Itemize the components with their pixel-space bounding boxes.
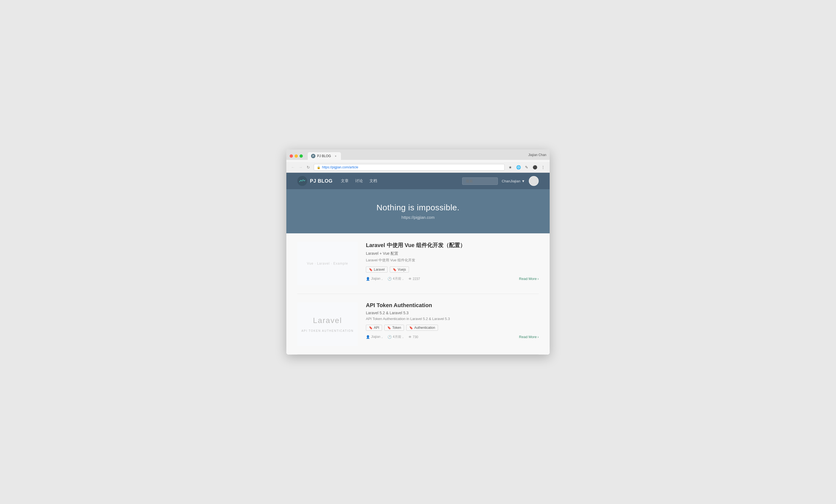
read-more-button-2[interactable]: Read More › (519, 335, 539, 339)
article-title-1[interactable]: Laravel 中使用 Vue 组件化开发（配置） (366, 241, 539, 249)
article-tags-1: 🔖 Laravel 🔖 Vuejs (366, 267, 539, 273)
nav-link-docs[interactable]: 文档 (369, 178, 377, 183)
nav-link-discuss[interactable]: 讨论 (355, 178, 363, 183)
article-meta-1: 👤 Jiajian， 🕐 4月前， 👁 2237 Read More (366, 276, 539, 281)
refresh-button[interactable]: ↻ (305, 164, 311, 171)
article-content-1: Laravel 中使用 Vue 组件化开发（配置） Laravel + Vue … (366, 241, 539, 286)
hero-banner: Nothing is impossible. https://pigjian.c… (286, 189, 550, 233)
tag-api[interactable]: 🔖 API (366, 325, 382, 331)
tag-vuejs[interactable]: 🔖 Vuejs (390, 267, 409, 273)
article-thumbnail-image-2: Laravel API TOKEN AUTHENTICATION (297, 302, 358, 346)
tab-title: PJ BLOG (317, 154, 331, 158)
logo-text: PJ BLOG (310, 178, 333, 184)
translate-icon[interactable]: 🌐 (515, 164, 522, 171)
article-desc-1: Laravel 中使用 Vue 组件化开发 (366, 258, 539, 263)
article-thumbnail-1: Vue · Laravel · Example (297, 241, 358, 286)
article-thumbnail-2: Laravel API TOKEN AUTHENTICATION (297, 302, 358, 346)
close-button[interactable] (290, 154, 293, 158)
user-dropdown[interactable]: ChanJiajian ▼ (502, 179, 525, 183)
address-bar-container: ← → ↻ 🔒 https://pigjian.com/article ★ 🌐 … (286, 162, 550, 173)
nav-links: 文章 讨论 文档 (341, 178, 377, 183)
hero-title: Nothing is impossible. (292, 203, 544, 212)
article-subtitle-2: Laravel 5.2 & Laravel 5.3 (366, 311, 539, 315)
meta-author-2: 👤 Jiajian， (366, 334, 384, 339)
article-desc-2: API Token Authentication in Laravel 5.2 … (366, 317, 539, 321)
clock-icon: 🕐 (387, 277, 392, 281)
eye-icon: 👁 (408, 277, 412, 281)
article-title-2[interactable]: API Token Authentication (366, 302, 539, 309)
tab-favicon: P (311, 154, 316, 158)
meta-author-1: 👤 Jiajian， (366, 276, 384, 281)
maximize-button[interactable] (300, 154, 303, 158)
tag-icon: 🔖 (369, 326, 373, 330)
user-icon: 👤 (366, 277, 370, 281)
settings-circle-icon[interactable]: ⚫ (532, 164, 538, 171)
user-icon: 👤 (366, 335, 370, 339)
meta-views-1: 👁 2237 (408, 277, 420, 281)
eyedropper-icon[interactable]: ✎ (523, 164, 530, 171)
table-row: Laravel API TOKEN AUTHENTICATION API Tok… (297, 294, 539, 354)
browser-window: P PJ BLOG × Jiajian Chan ← → ↻ 🔒 https:/… (286, 150, 550, 354)
tag-token[interactable]: 🔖 Token (384, 325, 404, 331)
laravel-logo-text: Laravel (313, 316, 342, 325)
bookmark-icon[interactable]: ★ (507, 164, 513, 171)
browser-titlebar: P PJ BLOG × Jiajian Chan (290, 152, 546, 160)
tag-icon: 🔖 (409, 326, 413, 330)
article-tags-2: 🔖 API 🔖 Token 🔖 Authentication (366, 325, 539, 331)
read-more-button-1[interactable]: Read More › (519, 277, 539, 281)
clock-icon: 🕐 (387, 335, 392, 339)
tag-icon: 🔖 (393, 268, 397, 271)
toolbar-actions: ★ 🌐 ✎ ⚫ ⋮ (507, 164, 546, 171)
browser-chrome: P PJ BLOG × Jiajian Chan (286, 150, 550, 160)
nav-buttons: ← → ↻ (290, 164, 311, 171)
user-label: ChanJiajian (502, 179, 520, 183)
tag-authentication[interactable]: 🔖 Authentication (406, 325, 438, 331)
nav-link-articles[interactable]: 文章 (341, 178, 348, 183)
eye-icon: 👁 (408, 335, 412, 339)
nav-right: ChanJiajian ▼ (462, 176, 539, 186)
address-url: https://pigjian.com/article (322, 166, 358, 169)
forward-button[interactable]: → (297, 164, 304, 171)
browser-tab[interactable]: P PJ BLOG × (308, 152, 341, 160)
lock-icon: 🔒 (317, 166, 321, 169)
nav-logo[interactable]: PJ BLOG (297, 176, 333, 186)
article-meta-2: 👤 Jiajian， 🕐 4月前， 👁 730 Read More (366, 334, 539, 339)
laravel-subtitle-text: API TOKEN AUTHENTICATION (301, 329, 354, 332)
address-bar[interactable]: 🔒 https://pigjian.com/article (314, 164, 505, 171)
tab-close-button[interactable]: × (334, 154, 338, 158)
logo-icon (297, 176, 307, 186)
meta-time-2: 🕐 4月前， (387, 334, 404, 339)
chevron-right-icon: › (537, 277, 539, 281)
chevron-right-icon: › (537, 335, 539, 339)
back-button[interactable]: ← (290, 164, 296, 171)
user-avatar[interactable] (529, 176, 539, 186)
search-input[interactable] (462, 177, 498, 185)
meta-time-1: 🕐 4月前， (387, 276, 404, 281)
traffic-lights (290, 154, 303, 158)
site-content: PJ BLOG 文章 讨论 文档 ChanJiajian ▼ Nothing i… (286, 173, 550, 354)
minimize-button[interactable] (294, 154, 298, 158)
meta-views-2: 👁 730 (408, 335, 418, 339)
site-nav: PJ BLOG 文章 讨论 文档 ChanJiajian ▼ (286, 173, 550, 189)
menu-icon[interactable]: ⋮ (540, 164, 546, 171)
articles-container: Vue · Laravel · Example Laravel 中使用 Vue … (286, 233, 550, 354)
table-row: Vue · Laravel · Example Laravel 中使用 Vue … (297, 233, 539, 294)
tag-icon: 🔖 (369, 268, 373, 271)
browser-user-label: Jiajian Chan (528, 153, 546, 159)
tag-icon: 🔖 (387, 326, 391, 330)
dropdown-arrow-icon: ▼ (521, 179, 525, 183)
article-thumbnail-image-1: Vue · Laravel · Example (297, 241, 358, 286)
article-subtitle-1: Laravel + Vue 配置 (366, 251, 539, 256)
tag-laravel[interactable]: 🔖 Laravel (366, 267, 387, 273)
hero-url: https://pigjian.com (292, 215, 544, 220)
article-content-2: API Token Authentication Laravel 5.2 & L… (366, 302, 539, 346)
